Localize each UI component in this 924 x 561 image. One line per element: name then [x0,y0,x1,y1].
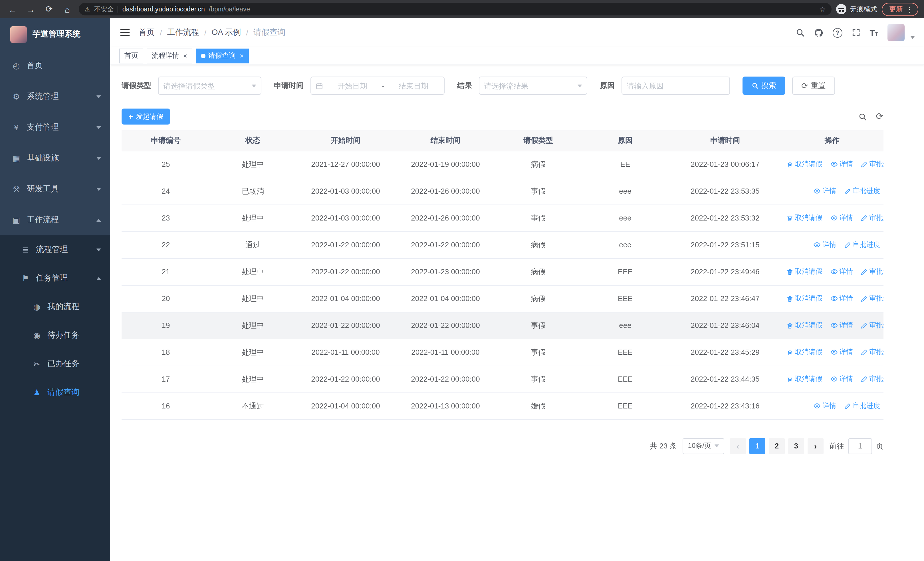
address-bar[interactable]: ⚠ 不安全 dashboard.yudao.iocoder.cn/bpm/oa/… [79,3,831,15]
reason-input[interactable] [627,81,725,90]
cancel-leave-link[interactable]: 取消请假 [786,374,822,384]
close-icon[interactable] [240,52,244,59]
detail-link[interactable]: 详情 [830,374,853,384]
browser-menu-kebab-icon[interactable]: ⋮ [906,5,913,14]
sidebar-item-payment[interactable]: ¥ 支付管理 [0,112,110,143]
progress-link[interactable]: 审批进度 [861,294,884,303]
goto-page-input[interactable] [848,438,872,454]
result-label: 结果 [457,81,472,91]
page-button-2[interactable]: 2 [769,438,785,454]
sidebar-item-devtools[interactable]: ⚒ 研发工具 [0,174,110,205]
cancel-leave-link[interactable]: 取消请假 [786,294,822,303]
cancel-leave-link[interactable]: 取消请假 [786,159,822,169]
close-icon[interactable] [183,52,187,59]
toggle-search-icon[interactable] [858,112,867,121]
browser-back-icon[interactable]: ← [6,2,20,16]
cancel-leave-link[interactable]: 取消请假 [786,267,822,277]
detail-link[interactable]: 详情 [830,213,853,223]
tag-process-detail[interactable]: 流程详情 [147,48,192,63]
page-buttons: ‹ 123 › [730,438,824,454]
sidebar-item-process-mgmt[interactable]: ≣ 流程管理 [0,235,110,264]
cancel-leave-link[interactable]: 取消请假 [786,320,822,330]
cell-start-time: 2022-01-03 00:00:00 [296,205,396,232]
cell-reason: EE [581,151,669,177]
progress-link[interactable]: 审批进度 [861,347,884,357]
breadcrumb-item-oa-example[interactable]: OA 示例 [212,27,241,38]
browser-update-button[interactable]: 更新 ⋮ [882,3,918,16]
create-leave-button[interactable]: + 发起请假 [122,108,170,125]
cancel-leave-link[interactable]: 取消请假 [786,213,822,223]
detail-link[interactable]: 详情 [814,186,836,196]
prev-page-button[interactable]: ‹ [730,438,746,454]
cancel-leave-link[interactable]: 取消请假 [786,347,822,357]
tag-home[interactable]: 首页 [119,48,143,63]
result-value[interactable] [484,81,574,90]
progress-link[interactable]: 审批进度 [861,267,884,277]
leave-type-value[interactable] [163,81,248,90]
page-button-1[interactable]: 1 [749,438,765,454]
progress-link[interactable]: 审批进度 [844,240,880,250]
browser-home-icon[interactable]: ⌂ [60,2,74,16]
search-icon[interactable] [795,28,804,37]
detail-link[interactable]: 详情 [830,159,853,169]
incognito-icon [836,4,846,14]
cell-end-time: 2022-01-19 00:00:00 [396,151,495,177]
col-status: 状态 [210,130,296,151]
user-menu-caret-icon[interactable] [910,36,915,39]
sidebar-item-infra[interactable]: ▦ 基础设施 [0,143,110,174]
cell-leave-type: 病假 [495,285,581,312]
detail-link[interactable]: 详情 [830,320,853,330]
detail-link[interactable]: 详情 [814,240,836,250]
sidebar-item-my-process[interactable]: ◍ 我的流程 [0,292,110,321]
breadcrumb-item-home[interactable]: 首页 [139,27,154,38]
progress-link[interactable]: 审批进度 [844,186,880,196]
next-page-button[interactable]: › [808,438,824,454]
browser-reload-icon[interactable]: ⟳ [42,2,56,16]
detail-link[interactable]: 详情 [830,347,853,357]
tag-leave-query[interactable]: 请假查询 [196,48,249,63]
collapse-sidebar-icon[interactable] [119,27,131,38]
detail-link[interactable]: 详情 [830,266,853,276]
help-icon[interactable] [832,28,842,38]
security-label[interactable]: 不安全 [94,5,114,14]
detail-link[interactable]: 详情 [814,401,836,411]
breadcrumb-separator: / [160,28,162,37]
sidebar-item-task-mgmt[interactable]: ⚑ 任务管理 [0,264,110,292]
end-date-input[interactable] [387,81,440,90]
search-button[interactable]: 搜索 [742,77,785,95]
github-icon[interactable] [814,28,823,38]
sidebar-item-system[interactable]: ⚙ 系统管理 [0,81,110,112]
result-select[interactable] [479,77,587,95]
apply-time-range-picker[interactable]: - [310,77,445,95]
reason-input-box[interactable] [621,77,730,95]
cell-start-time: 2021-12-27 00:00:00 [296,151,396,177]
page-button-3[interactable]: 3 [788,438,804,454]
font-size-icon[interactable] [870,28,878,38]
browser-forward-icon[interactable]: → [24,2,38,16]
breadcrumb: 首页 / 工作流程 / OA 示例 / 请假查询 [139,27,285,38]
sidebar-item-done-task[interactable]: ✂ 已办任务 [0,350,110,378]
breadcrumb-item-workflow[interactable]: 工作流程 [167,27,199,38]
progress-link[interactable]: 审批进度 [861,374,884,384]
sidebar-item-todo-task[interactable]: ◉ 待办任务 [0,321,110,350]
reset-button[interactable]: ⟳ 重置 [792,77,835,95]
navbar-actions [795,24,915,41]
edit-pen-icon [844,188,851,194]
fullscreen-icon[interactable] [851,28,860,37]
cell-operations: 取消请假 详情 审批进度 [781,151,884,177]
user-avatar[interactable] [888,24,904,41]
sidebar-item-workflow[interactable]: ▣ 工作流程 [0,205,110,235]
progress-link[interactable]: 审批进度 [861,320,884,330]
app-logo[interactable]: 芋道管理系统 [0,18,110,50]
progress-link[interactable]: 审批进度 [844,401,880,411]
sidebar-item-leave-query[interactable]: ♟ 请假查询 [0,378,110,407]
bookmark-star-icon[interactable]: ☆ [819,5,826,14]
sidebar-item-home[interactable]: ◴ 首页 [0,50,110,81]
leave-type-select[interactable] [158,77,261,95]
start-date-input[interactable] [327,81,378,90]
refresh-table-icon[interactable]: ⟳ [876,112,884,121]
detail-link[interactable]: 详情 [830,293,853,303]
progress-link[interactable]: 审批进度 [861,213,884,223]
progress-link[interactable]: 审批进度 [861,159,884,169]
page-size-select[interactable]: 10条/页 [683,438,724,454]
